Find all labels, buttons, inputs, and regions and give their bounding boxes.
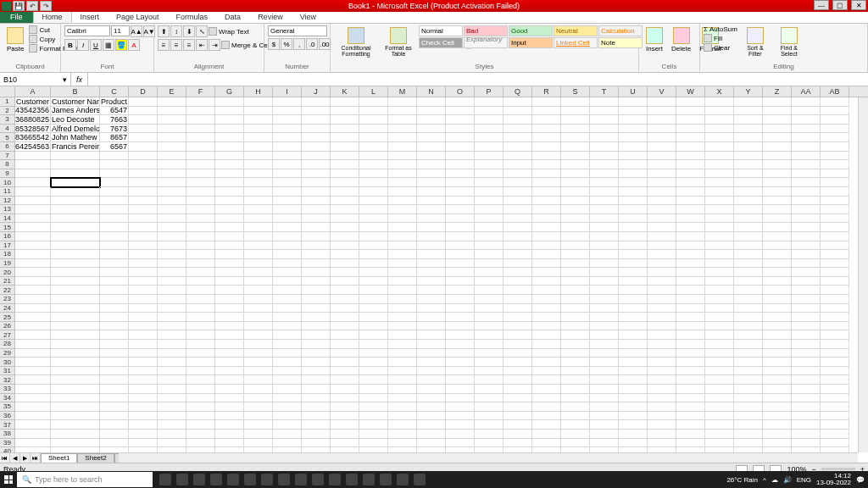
cell[interactable]: [676, 385, 705, 394]
cell[interactable]: [648, 133, 676, 142]
cell[interactable]: [244, 385, 273, 394]
cell[interactable]: [619, 125, 648, 134]
cell[interactable]: [388, 295, 417, 304]
cell[interactable]: [676, 223, 705, 232]
cell[interactable]: [619, 97, 648, 107]
cell[interactable]: [446, 430, 475, 439]
cell[interactable]: [302, 322, 331, 331]
cell[interactable]: [648, 375, 676, 385]
wrap-text-button[interactable]: Wrap Text: [209, 25, 249, 37]
cell[interactable]: [676, 259, 705, 269]
cell[interactable]: [331, 241, 359, 251]
cell[interactable]: [532, 367, 561, 376]
col-header-C[interactable]: C: [100, 86, 129, 97]
font-size-dropdown[interactable]: 11: [111, 25, 130, 36]
cell[interactable]: [331, 107, 359, 116]
cell[interactable]: [734, 259, 763, 269]
cell[interactable]: [359, 197, 388, 206]
cell[interactable]: [359, 160, 388, 169]
cell[interactable]: [676, 375, 705, 385]
cell[interactable]: [561, 197, 590, 206]
cell[interactable]: [186, 152, 215, 161]
cell[interactable]: [734, 214, 763, 224]
cell[interactable]: [100, 232, 129, 241]
cell[interactable]: [15, 394, 51, 403]
align-middle-button[interactable]: ↕: [170, 25, 182, 37]
cell[interactable]: [302, 268, 331, 277]
cell[interactable]: [561, 412, 590, 421]
cell[interactable]: [821, 214, 849, 224]
cell[interactable]: [504, 187, 532, 197]
cell[interactable]: [792, 205, 821, 214]
cell[interactable]: [186, 439, 215, 448]
cell[interactable]: [705, 420, 734, 430]
cell[interactable]: [619, 115, 648, 125]
close-button[interactable]: ✕: [851, 0, 866, 10]
cell[interactable]: [388, 286, 417, 295]
cell[interactable]: [532, 385, 561, 394]
cell[interactable]: [186, 304, 215, 313]
cell[interactable]: [705, 367, 734, 376]
cell[interactable]: [100, 286, 129, 295]
cell[interactable]: [215, 439, 244, 448]
cell[interactable]: [676, 330, 705, 340]
cell[interactable]: [619, 322, 648, 331]
row-header[interactable]: 20: [0, 268, 15, 277]
tray-clock[interactable]: 14:1213-09-2022: [816, 473, 851, 486]
cell[interactable]: [705, 394, 734, 403]
cell[interactable]: [15, 349, 51, 358]
cell[interactable]: [619, 313, 648, 322]
cell[interactable]: [302, 430, 331, 439]
cell[interactable]: [532, 402, 561, 412]
cell[interactable]: [100, 330, 129, 340]
row-header[interactable]: 37: [0, 420, 15, 430]
cell[interactable]: [648, 160, 676, 169]
cell[interactable]: [619, 330, 648, 340]
cell[interactable]: [648, 259, 676, 269]
cell[interactable]: [705, 340, 734, 349]
cell[interactable]: [244, 330, 273, 340]
cell[interactable]: [734, 385, 763, 394]
cell[interactable]: [129, 152, 158, 161]
cell[interactable]: [475, 367, 504, 376]
cell[interactable]: [648, 286, 676, 295]
cell[interactable]: [186, 430, 215, 439]
cell[interactable]: [186, 142, 215, 152]
col-header-Y[interactable]: Y: [734, 86, 763, 97]
increase-decimal-button[interactable]: .0: [306, 38, 318, 50]
cell[interactable]: [504, 178, 532, 187]
cell[interactable]: [244, 394, 273, 403]
cell[interactable]: [590, 385, 619, 394]
cell[interactable]: [792, 430, 821, 439]
cell[interactable]: [504, 250, 532, 259]
cell[interactable]: [705, 358, 734, 367]
cell[interactable]: [388, 420, 417, 430]
cell[interactable]: [648, 232, 676, 241]
cell[interactable]: [417, 268, 446, 277]
cell[interactable]: [417, 313, 446, 322]
cell[interactable]: [359, 250, 388, 259]
cell[interactable]: [792, 349, 821, 358]
align-left-button[interactable]: ≡: [158, 39, 170, 51]
percent-button[interactable]: %: [281, 38, 292, 50]
cell[interactable]: [504, 223, 532, 232]
cell[interactable]: [100, 295, 129, 304]
cell[interactable]: [331, 259, 359, 269]
cell[interactable]: [792, 125, 821, 134]
cell[interactable]: [763, 178, 792, 187]
cell[interactable]: [446, 385, 475, 394]
cell[interactable]: [619, 420, 648, 430]
cell[interactable]: [532, 259, 561, 269]
cell[interactable]: [561, 97, 590, 107]
cell[interactable]: [705, 107, 734, 116]
cell[interactable]: [100, 313, 129, 322]
cell[interactable]: [302, 187, 331, 197]
cell[interactable]: [359, 152, 388, 161]
cell[interactable]: [648, 152, 676, 161]
cell[interactable]: [15, 439, 51, 448]
cell[interactable]: [51, 214, 100, 224]
cell[interactable]: [561, 142, 590, 152]
cell[interactable]: [821, 160, 849, 169]
cell[interactable]: [129, 304, 158, 313]
cell[interactable]: [504, 277, 532, 286]
